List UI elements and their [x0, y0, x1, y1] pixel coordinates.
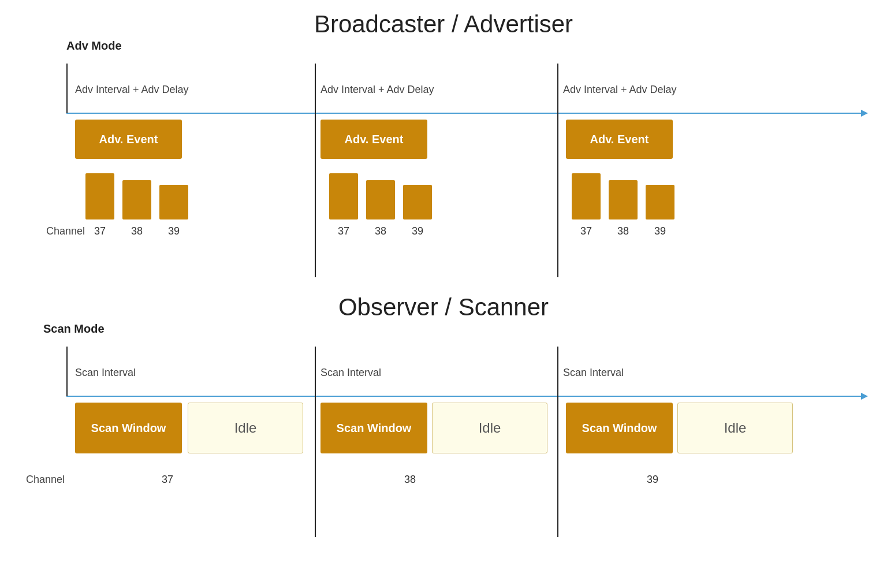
- bottom-tick-start: [66, 347, 68, 396]
- adv-interval-label-3: Adv Interval + Adv Delay: [563, 84, 677, 96]
- idle-box-3: Idle: [677, 403, 793, 453]
- adv-event-box-2: Adv. Event: [320, 120, 427, 159]
- adv-interval-label-1: Adv Interval + Adv Delay: [75, 84, 189, 96]
- ch-num-bot-39: 39: [647, 474, 658, 486]
- scan-mode-label: Scan Mode: [43, 322, 105, 336]
- ch-box-1-39: [159, 185, 188, 219]
- scan-interval-label-1: Scan Interval: [75, 367, 136, 379]
- bottom-separator-2: [557, 347, 558, 537]
- ch-box-3-38: [609, 180, 638, 219]
- ch-box-2-39: [403, 185, 432, 219]
- diagram-container: Broadcaster / Advertiser Adv Mode Adv In…: [0, 0, 887, 588]
- ch-box-2-37: [329, 173, 358, 219]
- ch-box-3-37: [572, 173, 601, 219]
- channel-group-1: [85, 173, 188, 219]
- bottom-timeline-arrow: [66, 396, 863, 397]
- ch-num-3-37: 37: [572, 225, 601, 237]
- ch-num-3-38: 38: [609, 225, 638, 237]
- ch-num-bot-37: 37: [162, 474, 173, 486]
- top-section: Broadcaster / Advertiser Adv Mode Adv In…: [0, 0, 887, 283]
- ch-num-1-39: 39: [159, 225, 188, 237]
- scan-window-box-1: Scan Window: [75, 403, 182, 453]
- ch-box-2-38: [366, 180, 395, 219]
- ch-num-2-38: 38: [366, 225, 395, 237]
- ch-box-1-38: [122, 180, 151, 219]
- top-timeline-arrow: [66, 113, 863, 114]
- channel-nums-2: 37 38 39: [329, 225, 432, 237]
- channel-label-top: Channel: [46, 225, 85, 237]
- scan-interval-label-2: Scan Interval: [320, 367, 381, 379]
- ch-num-2-39: 39: [403, 225, 432, 237]
- channel-group-2: [329, 173, 432, 219]
- scan-window-box-2: Scan Window: [320, 403, 427, 453]
- channel-nums-3: 37 38 39: [572, 225, 674, 237]
- ch-box-1-37: [85, 173, 114, 219]
- channel-nums-1: 37 38 39: [85, 225, 188, 237]
- ch-num-1-37: 37: [85, 225, 114, 237]
- ch-box-3-39: [646, 185, 674, 219]
- scan-window-box-3: Scan Window: [566, 403, 673, 453]
- adv-mode-label: Adv Mode: [66, 39, 122, 53]
- bottom-section: Observer / Scanner Scan Mode Scan Interv…: [0, 283, 887, 588]
- top-title: Broadcaster / Advertiser: [0, 10, 887, 38]
- ch-num-1-38: 38: [122, 225, 151, 237]
- ch-num-2-37: 37: [329, 225, 358, 237]
- ch-num-bot-38: 38: [404, 474, 416, 486]
- channel-group-3: [572, 173, 674, 219]
- top-separator-2: [557, 64, 558, 277]
- bottom-separator-1: [315, 347, 316, 537]
- top-separator-1: [315, 64, 316, 277]
- idle-box-2: Idle: [432, 403, 547, 453]
- top-tick-start: [66, 64, 68, 113]
- bottom-title: Observer / Scanner: [0, 293, 887, 321]
- adv-interval-label-2: Adv Interval + Adv Delay: [320, 84, 434, 96]
- idle-box-1: Idle: [188, 403, 303, 453]
- ch-num-3-39: 39: [646, 225, 674, 237]
- adv-event-box-1: Adv. Event: [75, 120, 182, 159]
- channel-label-bot: Channel: [26, 474, 65, 486]
- adv-event-box-3: Adv. Event: [566, 120, 673, 159]
- scan-interval-label-3: Scan Interval: [563, 367, 624, 379]
